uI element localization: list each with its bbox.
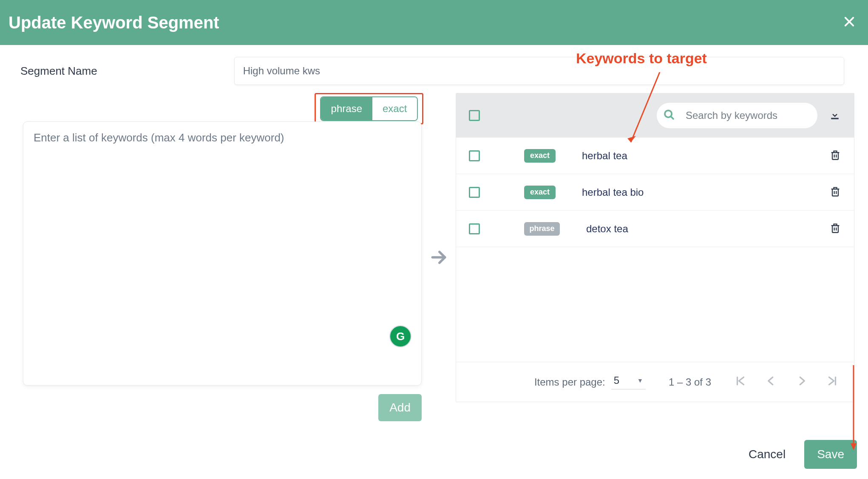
keyword-text: herbal tea <box>582 150 627 162</box>
pager <box>734 375 839 389</box>
items-per-page-label: Items per page: <box>534 376 605 388</box>
row-checkbox[interactable] <box>469 223 480 234</box>
table-row: exact herbal tea bio <box>456 174 854 211</box>
table-row: exact herbal tea <box>456 138 854 174</box>
keyword-textarea[interactable] <box>23 121 422 386</box>
svg-rect-6 <box>832 152 838 159</box>
match-type-badge: phrase <box>524 222 560 236</box>
keyword-table-panel: exact herbal tea exact herbal tea bio ph… <box>456 93 854 402</box>
svg-line-4 <box>671 116 673 119</box>
save-button[interactable]: Save <box>804 440 857 469</box>
dialog-actions: Cancel Save <box>740 440 857 469</box>
next-page-icon[interactable] <box>795 375 808 389</box>
trash-icon[interactable] <box>829 186 841 199</box>
table-row: phrase detox tea <box>456 211 854 247</box>
row-checkbox[interactable] <box>469 150 480 161</box>
keyword-text: herbal tea bio <box>582 186 644 198</box>
cancel-button[interactable]: Cancel <box>740 440 794 469</box>
keyword-search <box>657 103 817 128</box>
trash-icon[interactable] <box>829 149 841 163</box>
keyword-entry-panel: G Add <box>23 121 422 387</box>
items-per-page-select[interactable]: 5 ▼ <box>611 375 646 389</box>
dialog-header: Update Keyword Segment <box>0 0 868 45</box>
svg-rect-5 <box>831 118 839 119</box>
match-type-badge: exact <box>524 149 556 163</box>
keyword-search-input[interactable] <box>686 110 807 121</box>
close-icon[interactable] <box>843 15 855 30</box>
select-all-checkbox[interactable] <box>469 110 480 121</box>
pagination-info: 1 – 3 of 3 <box>669 376 711 388</box>
search-icon <box>663 108 675 123</box>
chevron-down-icon: ▼ <box>637 377 643 384</box>
keyword-table-header <box>456 93 854 138</box>
grammarly-icon[interactable]: G <box>389 325 411 347</box>
previous-page-icon[interactable] <box>765 375 777 389</box>
svg-rect-10 <box>832 189 838 196</box>
svg-rect-14 <box>832 225 838 232</box>
match-type-exact-button[interactable]: exact <box>372 97 417 120</box>
items-per-page-value: 5 <box>614 375 619 386</box>
trash-icon[interactable] <box>829 222 841 236</box>
dialog-title: Update Keyword Segment <box>9 13 219 32</box>
match-type-toggle-highlight: phrase exact <box>315 93 423 124</box>
download-icon[interactable] <box>828 108 841 123</box>
keyword-table-body: exact herbal tea exact herbal tea bio ph… <box>456 138 854 362</box>
match-type-badge: exact <box>524 186 556 199</box>
segment-name-input[interactable] <box>234 57 844 85</box>
last-page-icon[interactable] <box>826 375 839 389</box>
keyword-text: detox tea <box>586 223 628 235</box>
keyword-table-footer: Items per page: 5 ▼ 1 – 3 of 3 <box>456 362 854 402</box>
update-keyword-segment-dialog: Update Keyword Segment Segment Name phra… <box>0 0 868 479</box>
add-button[interactable]: Add <box>378 394 422 421</box>
row-checkbox[interactable] <box>469 187 480 198</box>
segment-name-row: Segment Name <box>0 45 868 85</box>
first-page-icon[interactable] <box>734 375 747 389</box>
match-type-toggle: phrase exact <box>320 96 418 121</box>
segment-name-label: Segment Name <box>20 65 97 78</box>
match-type-phrase-button[interactable]: phrase <box>321 97 372 120</box>
arrow-right-icon <box>429 248 448 268</box>
